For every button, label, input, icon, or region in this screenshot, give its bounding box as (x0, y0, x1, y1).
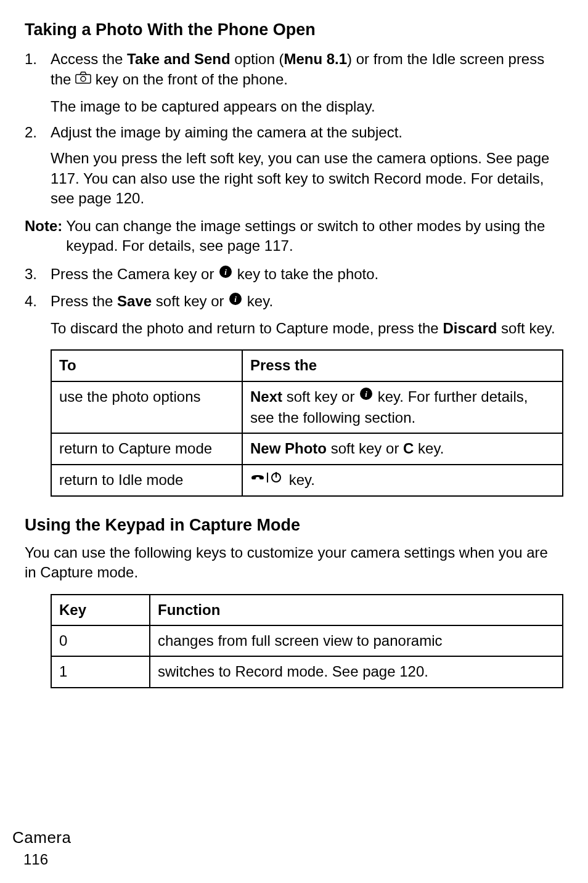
cell-to: return to Idle mode (51, 465, 242, 497)
step-body: Access the Take and Send option (Menu 8.… (51, 49, 563, 90)
cell-press: Next soft key or i key. For further deta… (242, 381, 563, 433)
text: key. (414, 440, 444, 457)
column-header-function: Function (150, 595, 563, 625)
text: key. (243, 293, 273, 309)
heading-taking-photo: Taking a Photo With the Phone Open (25, 18, 563, 41)
column-header-press: Press the (242, 350, 563, 381)
table-row: return to Idle mode key. (51, 465, 563, 497)
bold-text: Save (117, 293, 152, 309)
note-block: Note: You can change the image settings … (25, 216, 563, 256)
table-row: 0 changes from full screen view to panor… (51, 625, 563, 656)
text: Press the (51, 293, 117, 309)
text: To discard the photo and return to Captu… (51, 320, 443, 336)
table-row: return to Capture mode New Photo soft ke… (51, 433, 563, 464)
heading-using-keypad: Using the Keypad in Capture Mode (25, 514, 563, 536)
text: soft key or (282, 388, 359, 405)
table-row: 1 switches to Record mode. See page 120. (51, 656, 563, 687)
text: soft key or (152, 293, 228, 309)
bold-text: C (403, 440, 414, 457)
text: option ( (231, 51, 284, 67)
step-1-sub: The image to be captured appears on the … (51, 97, 563, 116)
keypad-table: Key Function 0 changes from full screen … (51, 594, 563, 688)
footer-section-name: Camera (12, 827, 71, 848)
step-number: 2. (25, 123, 51, 142)
column-header-to: To (51, 350, 242, 381)
ok-key-icon: i (218, 264, 233, 284)
cell-function: changes from full screen view to panoram… (150, 625, 563, 656)
ok-key-icon: i (359, 386, 374, 406)
actions-table: To Press the use the photo options Next … (51, 349, 563, 497)
text: Access the (51, 51, 127, 67)
svg-text:i: i (365, 389, 367, 399)
note-body: You can change the image settings or swi… (66, 216, 563, 256)
bold-text: Menu 8.1 (284, 51, 347, 67)
note-label: Note: (25, 216, 62, 256)
step-4-sub: To discard the photo and return to Captu… (51, 319, 563, 338)
svg-text:i: i (224, 267, 227, 277)
page-footer: Camera 116 (12, 827, 71, 869)
step-body: Adjust the image by aiming the camera at… (51, 123, 563, 142)
step-4: 4. Press the Save soft key or i key. (25, 291, 563, 312)
cell-key: 1 (51, 656, 150, 687)
text: key to take the photo. (233, 266, 378, 282)
text: key. (285, 471, 315, 488)
bold-text: Next (250, 388, 282, 405)
step-number: 1. (25, 49, 51, 90)
cell-to: return to Capture mode (51, 433, 242, 464)
bold-text: Take and Send (127, 51, 231, 67)
cell-press: key. (242, 465, 563, 497)
bold-text: New Photo (250, 440, 327, 457)
camera-icon (75, 69, 91, 89)
step-1: 1. Access the Take and Send option (Menu… (25, 49, 563, 90)
footer-page-number: 116 (23, 850, 71, 869)
step-2-sub: When you press the left soft key, you ca… (51, 149, 563, 208)
text: soft key. (497, 320, 555, 336)
cell-to: use the photo options (51, 381, 242, 433)
cell-press: New Photo soft key or C key. (242, 433, 563, 464)
text: Press the Camera key or (51, 266, 218, 282)
svg-text:i: i (234, 295, 237, 304)
table-header-row: To Press the (51, 350, 563, 381)
cell-key: 0 (51, 625, 150, 656)
bold-text: Discard (443, 320, 497, 336)
step-3: 3. Press the Camera key or i key to take… (25, 264, 563, 285)
text: soft key or (327, 440, 403, 457)
step-body: Press the Camera key or i key to take th… (51, 264, 563, 285)
step-2: 2. Adjust the image by aiming the camera… (25, 123, 563, 142)
table-row: use the photo options Next soft key or i… (51, 381, 563, 433)
ok-key-icon: i (228, 291, 243, 311)
cell-function: switches to Record mode. See page 120. (150, 656, 563, 687)
column-header-key: Key (51, 595, 150, 625)
end-power-key-icon (250, 470, 285, 489)
body-paragraph: You can use the following keys to custom… (25, 543, 563, 583)
text: key on the front of the phone. (91, 71, 288, 87)
svg-point-1 (81, 76, 86, 81)
svg-rect-0 (76, 75, 91, 83)
step-number: 3. (25, 264, 51, 285)
step-body: Press the Save soft key or i key. (51, 291, 563, 312)
table-header-row: Key Function (51, 595, 563, 625)
step-number: 4. (25, 291, 51, 312)
